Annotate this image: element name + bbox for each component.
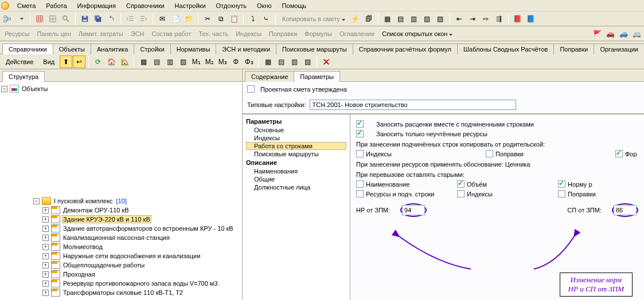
sheet3-icon[interactable]: ▥ <box>163 56 176 68</box>
expand-icon[interactable]: + <box>42 235 49 241</box>
indent-left-icon[interactable]: ⇤ <box>453 13 466 25</box>
doc-lightning-icon[interactable]: ⚡ <box>349 13 362 25</box>
formulas-link[interactable]: Формулы <box>301 29 335 38</box>
outdent-icon[interactable] <box>124 13 136 25</box>
grid2-icon[interactable] <box>46 13 59 25</box>
esn-link[interactable]: ЭСН <box>127 29 148 38</box>
tree-node[interactable]: +Резервуар противопожарного запаса воды … <box>1 279 241 288</box>
tree-node[interactable]: +Наружные сети водоснабжения и канализац… <box>1 251 241 260</box>
chk-copy-indexes[interactable] <box>356 150 364 157</box>
expand-icon[interactable]: + <box>42 207 49 214</box>
pt-main[interactable]: Основные <box>246 126 346 134</box>
copy-icon[interactable]: ⧉ <box>214 13 227 25</box>
indent-right-icon[interactable]: ⇨ <box>479 13 492 25</box>
menu-smeta[interactable]: Смета <box>13 1 40 10</box>
chk-unaccounted[interactable] <box>356 130 364 137</box>
spread-c-icon[interactable]: ▥ <box>288 56 300 68</box>
spread-d-icon[interactable]: ▧ <box>301 56 314 68</box>
expand-icon[interactable]: + <box>42 271 49 278</box>
spread3-icon[interactable]: ▥ <box>408 13 420 25</box>
spread1-icon[interactable]: ▦ <box>381 13 394 25</box>
tab-params[interactable]: Параметры <box>294 71 340 82</box>
tree-dropdown-icon[interactable] <box>14 13 27 25</box>
tab-search-routes[interactable]: Поисковые маршруты <box>276 44 353 54</box>
tab-dicts[interactable]: Справочники <box>2 44 53 54</box>
tab-formulas[interactable]: Справочник расчётных формул <box>353 44 458 54</box>
file-icon[interactable]: 📄 <box>169 13 182 25</box>
folder-up-icon[interactable]: ⬆ <box>60 56 72 68</box>
sp-input[interactable] <box>614 205 637 215</box>
phi-icon[interactable]: Φ <box>229 56 242 68</box>
save-all-icon[interactable] <box>92 13 104 25</box>
params-tree[interactable]: Параметры Основные Индексы Работа со стр… <box>243 115 350 300</box>
collapse-icon[interactable]: − <box>1 86 7 92</box>
refresh-icon[interactable]: ⟳ <box>92 56 104 68</box>
chk-with-children[interactable] <box>356 120 364 128</box>
nr-input[interactable] <box>402 205 425 215</box>
recall-checkbox[interactable] <box>356 180 364 188</box>
branch-right-icon[interactable]: ⤷ <box>260 13 272 25</box>
expand-icon[interactable]: + <box>42 281 49 287</box>
view-label[interactable]: Вид <box>38 58 59 65</box>
open-windows-link[interactable]: Список открытых окон <box>378 29 456 38</box>
phi3-icon[interactable]: Φ₃ <box>243 56 255 68</box>
expand-icon[interactable]: + <box>42 244 49 250</box>
spread4-icon[interactable]: ▧ <box>421 13 434 25</box>
menu-dicts[interactable]: Справочники <box>122 1 169 10</box>
indexes-link[interactable]: Индексы <box>232 29 265 38</box>
save-icon[interactable] <box>79 13 91 25</box>
tree-node[interactable]: +Проходная <box>1 270 241 279</box>
tab-analytics[interactable]: Аналитика <box>91 44 134 54</box>
spread2-icon[interactable]: ▤ <box>395 13 407 25</box>
menu-settings[interactable]: Настройки <box>170 1 210 10</box>
objects-tree[interactable]: − Объекты − I пусковой комплекс [10] +Де… <box>0 82 242 300</box>
tab-templates[interactable]: Шаблоны Сводных Расчётов <box>457 44 554 54</box>
m3-icon[interactable]: M₃ <box>216 56 229 68</box>
menu-info[interactable]: Информация <box>73 1 120 10</box>
m1-icon[interactable]: M₁ <box>190 56 202 68</box>
cut-icon[interactable]: ✂ <box>201 13 214 25</box>
letter-icon[interactable]: ✉ <box>156 13 169 25</box>
tab-esn-methods[interactable]: ЭСН и методики <box>216 44 276 54</box>
tree-node[interactable]: +Общеплощадочные работы <box>1 260 241 270</box>
tech-link[interactable]: Тех. часть <box>195 29 232 38</box>
undo-icon[interactable] <box>105 13 118 25</box>
menu-work[interactable]: Работа <box>41 1 71 10</box>
book-red-icon[interactable]: 📕 <box>512 13 524 25</box>
car1-icon[interactable]: 🚗 <box>604 27 616 40</box>
docs-icon[interactable]: 🗐 <box>362 13 375 25</box>
search-icon[interactable] <box>60 13 72 25</box>
toc-link[interactable]: Оглавление <box>336 29 378 38</box>
tree-node[interactable]: +Здание автотрансформаторов со встроенны… <box>1 224 241 233</box>
approved-checkbox[interactable] <box>247 85 255 93</box>
flag-icon[interactable]: 🚩 <box>591 27 603 40</box>
folder-undo-icon[interactable]: ↩ <box>73 56 85 68</box>
corrections-link[interactable]: Поправки <box>266 29 300 38</box>
spread-b-icon[interactable]: ▤ <box>275 56 287 68</box>
pt-indexes[interactable]: Индексы <box>246 134 346 142</box>
tree-node[interactable]: +Трансформаторы силовые 110 кВ-Т1, Т2 <box>1 288 241 297</box>
tab-orgs[interactable]: Организации <box>594 44 644 54</box>
branch-add-icon[interactable]: ⤵ <box>247 13 259 25</box>
tree-node[interactable]: +Здание КРУЭ-220 кВ и 110 кВ <box>1 215 241 224</box>
indent-icon[interactable] <box>137 13 150 25</box>
expand-icon[interactable]: + <box>42 290 49 296</box>
chk-copy-for[interactable] <box>615 150 623 157</box>
spread5-icon[interactable]: ▨ <box>434 13 447 25</box>
chk-copy-corrections[interactable] <box>486 150 493 157</box>
resources-link[interactable]: Ресурсы <box>1 29 33 38</box>
pt-routes[interactable]: Поисковые маршруты <box>246 150 346 158</box>
menu-rest[interactable]: Отдохнуть <box>212 1 252 10</box>
expand-icon[interactable]: + <box>42 262 49 269</box>
recall-checkbox[interactable] <box>558 190 565 198</box>
expand-icon[interactable]: + <box>42 216 49 223</box>
house2-icon[interactable]: 🏡 <box>118 56 131 68</box>
tree-group-label[interactable]: I пусковой комплекс <box>53 198 114 204</box>
delete-icon[interactable] <box>320 56 333 68</box>
sheet4-icon[interactable]: ▧ <box>177 56 189 68</box>
typical-input[interactable] <box>310 100 516 110</box>
tree-node[interactable]: +Демонтаж ОРУ-110 кВ <box>1 206 241 215</box>
recall-checkbox[interactable] <box>356 190 364 198</box>
indent-right2-icon[interactable]: ⇶ <box>493 13 505 25</box>
spread-a-icon[interactable]: ▦ <box>261 56 274 68</box>
